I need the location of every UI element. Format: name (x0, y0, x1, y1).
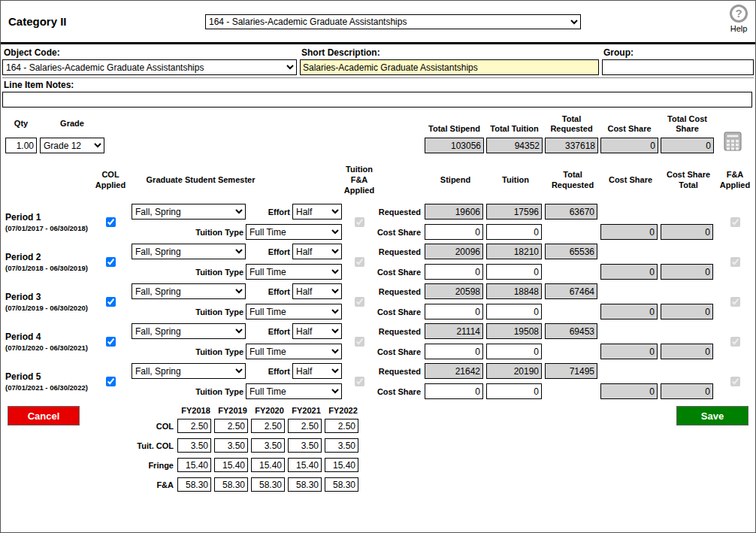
help-icon[interactable]: ? (730, 5, 748, 23)
tuition-cost-share-input[interactable] (486, 383, 542, 399)
category-select[interactable]: 164 - Salaries-Academic Graduate Assista… (205, 14, 581, 29)
line-item-notes-input[interactable] (2, 92, 752, 108)
rate-input[interactable] (325, 438, 358, 453)
cost-share-label: Cost Share (376, 347, 425, 356)
rate-input[interactable] (288, 458, 322, 472)
period-dates: (07/01/2018 - 06/30/2019) (5, 264, 89, 272)
tuition-requested-input (486, 244, 542, 259)
stipend-cost-share-input[interactable] (425, 224, 483, 240)
period-label: Period 4 (07/01/2020 - 06/30/2021) (2, 332, 89, 352)
stipend-cost-share-input[interactable] (425, 304, 483, 319)
rate-input[interactable] (177, 419, 211, 433)
help-button[interactable]: ? Help (730, 5, 748, 33)
effort-label: Effort (268, 367, 292, 376)
fy-header: FY2022 (325, 406, 361, 415)
rate-input[interactable] (288, 477, 322, 492)
tuition-requested-input (486, 283, 542, 299)
fa-applied-header: F&A Applied (716, 170, 754, 191)
save-button[interactable]: Save (676, 406, 748, 425)
object-code-label: Object Code: (2, 46, 300, 59)
effort-select[interactable]: Half (292, 204, 342, 220)
rate-input[interactable] (251, 458, 285, 472)
short-description-label: Short Description: (300, 46, 602, 59)
rate-input[interactable] (288, 419, 322, 433)
col-applied-checkbox[interactable] (106, 257, 116, 267)
col-applied-checkbox[interactable] (106, 377, 116, 386)
semester-select[interactable]: Fall, Spring (132, 204, 246, 220)
tuition-fa-applied-checkbox[interactable] (355, 257, 364, 267)
rate-input[interactable] (325, 458, 358, 472)
tuition-fa-applied-checkbox[interactable] (355, 217, 364, 227)
main-panel: Object Code: 164 - Salaries-Academic Gra… (1, 44, 755, 497)
rate-input[interactable] (177, 438, 211, 453)
tuition-requested-input (486, 204, 542, 220)
rate-input[interactable] (251, 419, 285, 433)
tuition-cost-share-input[interactable] (486, 344, 542, 359)
stipend-requested-input (425, 244, 483, 259)
col-applied-checkbox[interactable] (106, 217, 116, 227)
semester-select[interactable]: Fall, Spring (132, 244, 246, 259)
semester-select[interactable]: Fall, Spring (132, 363, 246, 379)
fa-applied-checkbox[interactable] (730, 377, 740, 386)
semester-select[interactable]: Fall, Spring (132, 283, 246, 299)
rate-row-tuit-col: Tuit. COL (132, 438, 361, 453)
group-input[interactable] (602, 59, 754, 75)
tuition-cost-share-input[interactable] (486, 304, 542, 319)
rate-input[interactable] (214, 458, 248, 472)
fa-applied-checkbox[interactable] (730, 257, 740, 267)
page-title: Category II (8, 15, 205, 28)
cancel-button[interactable]: Cancel (8, 406, 80, 425)
rate-input[interactable] (325, 419, 358, 433)
rate-input[interactable] (325, 477, 358, 492)
effort-select[interactable]: Half (292, 283, 342, 299)
rate-input[interactable] (288, 438, 322, 453)
period-label: Period 1 (07/01/2017 - 06/30/2018) (2, 212, 89, 232)
period-label: Period 2 (07/01/2018 - 06/30/2019) (2, 252, 89, 272)
object-code-select[interactable]: 164 - Salaries-Academic Graduate Assista… (2, 59, 297, 75)
grid-header-row: COL Applied Graduate Student Semester Tu… (2, 161, 754, 200)
rate-input[interactable] (251, 477, 285, 492)
tuition-fa-applied-checkbox[interactable] (355, 337, 364, 347)
tuition-fa-applied-checkbox[interactable] (355, 297, 364, 307)
effort-select[interactable]: Half (292, 244, 342, 259)
tuition-type-select[interactable]: Full Time (246, 304, 342, 319)
fa-applied-checkbox[interactable] (730, 217, 740, 227)
stipend-cost-share-input[interactable] (425, 383, 483, 399)
semester-header: Graduate Student Semester (133, 175, 268, 186)
cost-share-label: Cost Share (376, 387, 425, 396)
effort-select[interactable]: Half (292, 323, 342, 339)
tuition-cost-share-input[interactable] (486, 264, 542, 280)
effort-select[interactable]: Half (292, 363, 342, 379)
rate-input[interactable] (214, 438, 248, 453)
rate-input[interactable] (251, 438, 285, 453)
calculator-icon[interactable] (724, 132, 742, 153)
semester-select[interactable]: Fall, Spring (132, 323, 246, 339)
short-description-input[interactable] (300, 59, 599, 75)
rate-input[interactable] (214, 477, 248, 492)
stipend-requested-input (425, 283, 483, 299)
stipend-cost-share-input[interactable] (425, 264, 483, 280)
tuition-type-select[interactable]: Full Time (246, 224, 342, 240)
tuition-type-select[interactable]: Full Time (246, 344, 342, 359)
stipend-cost-share-input[interactable] (425, 344, 483, 359)
tuition-fa-applied-checkbox[interactable] (355, 377, 364, 386)
rate-input[interactable] (214, 419, 248, 433)
rate-row-label: F&A (132, 480, 177, 489)
tuition-type-select[interactable]: Full Time (246, 264, 342, 280)
requested-label: Requested (376, 327, 425, 336)
rate-input[interactable] (177, 458, 211, 472)
qty-input[interactable] (5, 138, 37, 153)
tuition-cost-share-input[interactable] (486, 224, 542, 240)
effort-label: Effort (268, 207, 292, 217)
rate-input[interactable] (177, 477, 211, 492)
col-applied-checkbox[interactable] (106, 337, 116, 347)
fa-applied-checkbox[interactable] (730, 337, 740, 347)
total-cost-share-header: Total Cost Share (661, 114, 714, 138)
tuition-type-select[interactable]: Full Time (246, 383, 342, 399)
cost-share-col-input (600, 264, 658, 280)
col-applied-checkbox[interactable] (106, 297, 116, 307)
grade-select[interactable]: Grade 12 (40, 138, 104, 153)
fa-applied-checkbox[interactable] (730, 297, 740, 307)
cost-share-col-header: Cost Share (600, 175, 661, 186)
fy-header: FY2018 (177, 406, 214, 415)
